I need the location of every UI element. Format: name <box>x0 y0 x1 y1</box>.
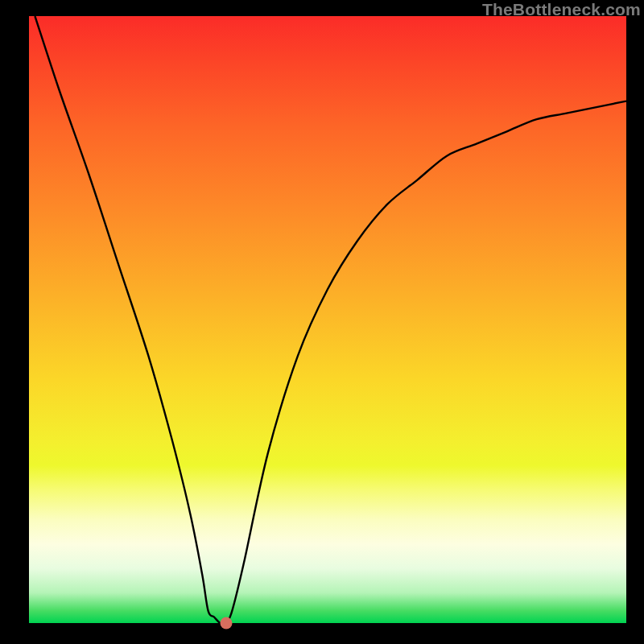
plot-area <box>29 16 626 623</box>
curve-path <box>35 16 626 623</box>
chart-frame: TheBottleneck.com <box>0 0 644 644</box>
optimum-marker <box>220 617 232 630</box>
bottleneck-curve <box>29 16 626 623</box>
